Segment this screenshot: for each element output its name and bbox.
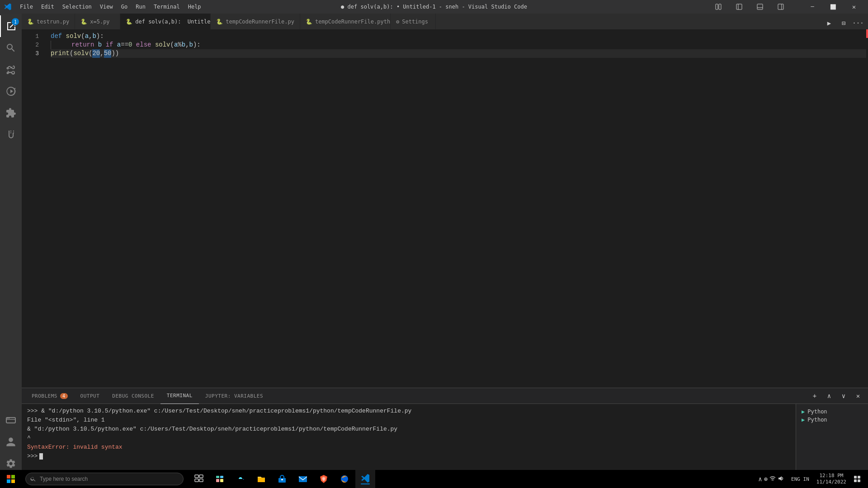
var-b2: b — [182, 41, 185, 49]
notification-center[interactable] — [850, 470, 864, 488]
tab-tempcode2[interactable]: 🐍 tempCodeRunnerFile.python — [300, 14, 391, 29]
svg-rect-26 — [220, 476, 223, 478]
panel-tab-problems[interactable]: PROBLEMS 4 — [25, 388, 74, 404]
sidebar-item-remote[interactable] — [0, 409, 22, 431]
panel-tab-jupyter[interactable]: JUPYTER: VARIABLES — [199, 388, 269, 404]
maximize-button[interactable]: ⬜ — [823, 0, 844, 14]
sidebar-item-account[interactable] — [0, 431, 22, 453]
panel-tab-debug[interactable]: DEBUG CONSOLE — [106, 388, 160, 404]
sidebar-item-source-control[interactable] — [0, 59, 22, 80]
svg-rect-0 — [716, 4, 718, 9]
taskbar-explorer[interactable] — [251, 470, 271, 488]
toggle-secondary-sidebar-button[interactable] — [770, 0, 791, 14]
taskbar-clock[interactable]: 12:18 PM 11/14/2022 — [813, 473, 850, 485]
run-code-button[interactable]: ▶ — [823, 17, 835, 29]
menu-help[interactable]: Help — [184, 3, 205, 11]
code-area[interactable]: def solv(a,b): return b if a==0 else sol… — [44, 29, 866, 388]
terminal-entry-1[interactable]: ▶ Python — [796, 408, 868, 416]
titlebar-left: File Edit Selection View Go Run Terminal… — [4, 3, 205, 11]
titlebar: File Edit Selection View Go Run Terminal… — [0, 0, 868, 14]
tray-volume[interactable] — [778, 475, 784, 483]
taskbar-search[interactable] — [25, 473, 184, 485]
taskbar-widgets[interactable] — [210, 470, 230, 488]
toggle-panel-button[interactable] — [750, 0, 770, 14]
menu-go[interactable]: Go — [118, 3, 131, 11]
tray-chevron[interactable]: ∧ — [758, 475, 762, 483]
terminal-entry-2[interactable]: ▶ Python — [796, 416, 868, 424]
keyword-return: return — [56, 41, 98, 49]
paren2-close-colon: ): — [193, 41, 201, 49]
num-0: 0 — [128, 41, 132, 49]
svg-rect-23 — [195, 479, 198, 482]
editor-decoration — [866, 29, 868, 388]
svg-rect-19 — [7, 479, 10, 483]
start-button[interactable] — [0, 470, 22, 488]
titlebar-menu: File Edit Selection View Go Run Terminal… — [16, 3, 205, 11]
svg-point-10 — [7, 418, 8, 419]
svg-rect-21 — [195, 475, 198, 478]
line-number-1: 1 — [22, 32, 39, 41]
print-inner-open: ( — [89, 49, 92, 58]
taskbar-brave[interactable] — [314, 470, 334, 488]
panel-close-button[interactable]: ✕ — [852, 389, 864, 402]
terminal-line-3: & "d:/python 3.10.5/python.exe" c:/Users… — [27, 425, 790, 434]
tab-tempcode2-label: tempCodeRunnerFile.python — [315, 19, 397, 25]
close-button[interactable]: ✕ — [844, 0, 864, 14]
taskbar-apps — [187, 470, 377, 488]
prompt-text: >>> — [27, 452, 38, 461]
panel-expand-button[interactable]: ∨ — [837, 389, 850, 402]
svg-rect-6 — [778, 4, 783, 9]
fn-print: print — [51, 49, 70, 58]
tab-untitled1[interactable]: 🐍 def solv(a,b): Untitled-1 3 — [120, 14, 211, 29]
sidebar-item-run-debug[interactable] — [0, 80, 22, 102]
menu-edit[interactable]: Edit — [38, 3, 58, 11]
tab-x5-label: x=5.py — [90, 19, 109, 25]
new-terminal-button[interactable]: + — [808, 389, 821, 402]
var-b3: b — [189, 41, 193, 49]
tray-bluetooth[interactable]: ⊕ — [764, 475, 768, 483]
line-number-2: 2 — [22, 41, 39, 49]
menu-view[interactable]: View — [96, 3, 117, 11]
activity-bar: 1 — [0, 14, 22, 478]
terminal-content[interactable]: >>> & "d:/python 3.10.5/python.exe" c:/U… — [22, 404, 796, 478]
svg-rect-33 — [854, 476, 857, 479]
tab-settings[interactable]: ⚙ Settings — [391, 14, 436, 29]
split-editor-button[interactable] — [708, 0, 729, 14]
toggle-primary-sidebar-button[interactable] — [729, 0, 750, 14]
taskbar-edge[interactable] — [231, 470, 250, 488]
terminal-prompt[interactable]: >>> — [27, 452, 790, 461]
search-input[interactable] — [40, 476, 179, 482]
keyword-else: else — [132, 41, 155, 49]
tab-tempcode1[interactable]: 🐍 tempCodeRunnerFile.py — [211, 14, 300, 29]
split-editor-button[interactable]: ⊟ — [837, 17, 850, 29]
taskbar-taskview[interactable] — [189, 470, 209, 488]
minimize-button[interactable]: ─ — [802, 0, 823, 14]
comma2: , — [185, 41, 189, 49]
menu-selection[interactable]: Selection — [59, 3, 95, 11]
taskbar-firefox[interactable] — [335, 470, 354, 488]
panel-tab-terminal[interactable]: TERMINAL — [160, 388, 199, 404]
more-actions-button[interactable]: ··· — [852, 17, 864, 29]
taskbar-mail[interactable] — [293, 470, 313, 488]
tab-testrun[interactable]: 🐍 testrun.py — [22, 14, 75, 29]
tray-network[interactable] — [769, 475, 776, 483]
sidebar-item-extensions[interactable] — [0, 102, 22, 124]
tab-testrun-icon: 🐍 — [27, 19, 34, 25]
sidebar-item-test[interactable] — [0, 124, 22, 145]
problems-label: PROBLEMS — [32, 393, 57, 399]
sidebar-item-search[interactable] — [0, 37, 22, 59]
menu-file[interactable]: File — [16, 3, 37, 11]
panel-tab-output[interactable]: OUTPUT — [74, 388, 106, 404]
sidebar-item-explorer[interactable]: 1 — [0, 15, 22, 37]
tab-x5[interactable]: 🐍 x=5.py — [75, 14, 120, 29]
taskbar-vscode[interactable] — [355, 470, 375, 488]
fn-solv-rec: solv — [155, 41, 170, 49]
vscode-taskbar-indicator — [361, 483, 370, 484]
panel-more-button[interactable]: ∧ — [823, 389, 835, 402]
menu-run[interactable]: Run — [132, 3, 149, 11]
var-b: b — [98, 41, 102, 49]
taskbar-store[interactable] — [272, 470, 292, 488]
taskbar-language[interactable]: ENG IN — [788, 474, 813, 484]
system-tray: ∧ ⊕ — [755, 475, 788, 483]
menu-terminal[interactable]: Terminal — [150, 3, 184, 11]
